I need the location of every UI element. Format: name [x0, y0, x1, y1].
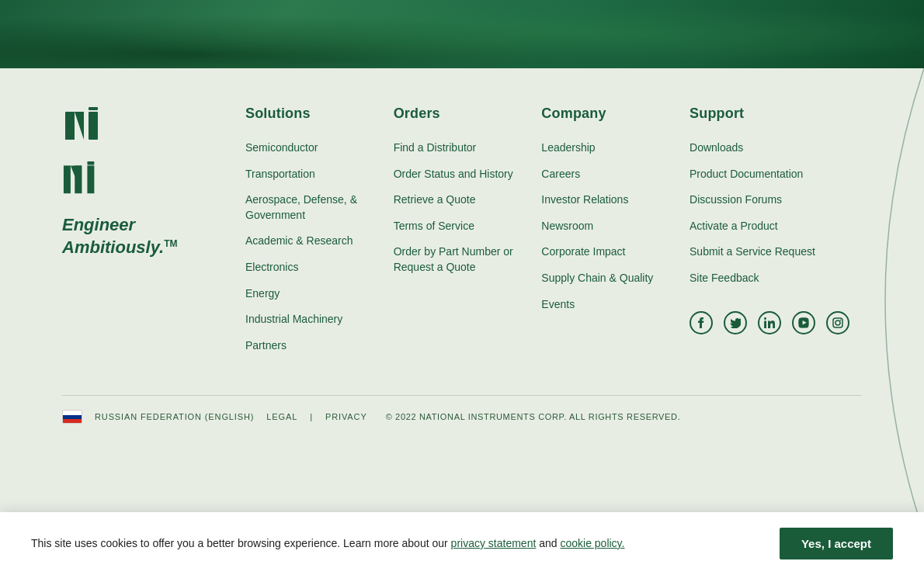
- twitter-icon[interactable]: [724, 311, 747, 334]
- svg-rect-2: [89, 112, 98, 140]
- ni-logo: [62, 106, 118, 146]
- svg-point-11: [840, 319, 842, 320]
- product-docs-link[interactable]: Product Documentation: [690, 167, 849, 182]
- list-item: Order Status and History: [394, 167, 517, 182]
- list-item: Retrieve a Quote: [394, 192, 517, 208]
- support-column: Support Downloads Product Documentation …: [677, 106, 862, 364]
- service-request-link[interactable]: Submit a Service Request: [690, 244, 849, 260]
- list-item: Partners: [245, 338, 369, 354]
- company-column: Company Leadership Careers Investor Rela…: [529, 106, 677, 364]
- industrial-link[interactable]: Industrial Machinery: [245, 312, 369, 327]
- linkedin-icon[interactable]: [758, 311, 781, 334]
- country-label: RUSSIAN FEDERATION (ENGLISH): [95, 412, 254, 421]
- top-decorative-bar: [0, 0, 924, 68]
- list-item: Investor Relations: [541, 192, 665, 208]
- privacy-link[interactable]: PRIVACY: [325, 412, 367, 421]
- list-item: Product Documentation: [690, 167, 849, 182]
- list-item: Events: [541, 297, 665, 313]
- list-item: Aerospace, Defense, & Government: [245, 192, 369, 223]
- social-icons: [690, 311, 849, 334]
- list-item: Academic & Research: [245, 234, 369, 249]
- list-item: Submit a Service Request: [690, 244, 849, 260]
- academic-link[interactable]: Academic & Research: [245, 234, 369, 249]
- newsroom-link[interactable]: Newsroom: [541, 219, 665, 234]
- corporate-impact-link[interactable]: Corporate Impact: [541, 244, 665, 260]
- ni-logo-mark: [62, 161, 118, 202]
- electronics-link[interactable]: Electronics: [245, 260, 369, 275]
- list-item: Downloads: [690, 140, 849, 156]
- cookie-text: This site uses cookies to offer you a be…: [31, 535, 755, 552]
- solutions-header: Solutions: [245, 106, 369, 122]
- svg-rect-8: [87, 161, 94, 165]
- svg-rect-9: [833, 318, 842, 327]
- semiconductor-link[interactable]: Semiconductor: [245, 140, 369, 156]
- list-item: Newsroom: [541, 219, 665, 234]
- site-feedback-link[interactable]: Site Feedback: [690, 271, 849, 286]
- transportation-link[interactable]: Transportation: [245, 167, 369, 182]
- find-distributor-link[interactable]: Find a Distributor: [394, 140, 517, 156]
- cookie-accept-button[interactable]: Yes, I accept: [780, 528, 893, 559]
- list-item: Industrial Machinery: [245, 312, 369, 327]
- list-item: Site Feedback: [690, 271, 849, 286]
- facebook-icon[interactable]: [690, 311, 713, 334]
- list-item: Activate a Product: [690, 219, 849, 234]
- list-item: Energy: [245, 286, 369, 302]
- investor-link[interactable]: Investor Relations: [541, 192, 665, 208]
- careers-link[interactable]: Careers: [541, 167, 665, 182]
- list-item: Semiconductor: [245, 140, 369, 156]
- list-item: Electronics: [245, 260, 369, 275]
- cookie-policy-link[interactable]: cookie policy.: [560, 537, 624, 549]
- aerospace-link[interactable]: Aerospace, Defense, & Government: [245, 192, 369, 223]
- partners-link[interactable]: Partners: [245, 338, 369, 354]
- logo-column: Engineer Ambitiously.TM: [62, 106, 233, 364]
- tagline: Engineer Ambitiously.TM: [62, 214, 217, 258]
- svg-rect-6: [75, 165, 82, 193]
- svg-rect-4: [64, 165, 71, 193]
- leadership-link[interactable]: Leadership: [541, 140, 665, 156]
- footer: Engineer Ambitiously.TM Solutions Semico…: [0, 68, 924, 438]
- country-flag: [62, 410, 82, 424]
- company-header: Company: [541, 106, 665, 122]
- list-item: Order by Part Number or Request a Quote: [394, 244, 517, 275]
- terms-link[interactable]: Terms of Service: [394, 219, 517, 234]
- footer-bottom: RUSSIAN FEDERATION (ENGLISH) LEGAL | PRI…: [62, 395, 862, 438]
- svg-point-10: [835, 320, 840, 325]
- separator: |: [310, 412, 313, 421]
- supply-chain-link[interactable]: Supply Chain & Quality: [541, 271, 665, 286]
- list-item: Supply Chain & Quality: [541, 271, 665, 286]
- retrieve-quote-link[interactable]: Retrieve a Quote: [394, 192, 517, 208]
- order-status-link[interactable]: Order Status and History: [394, 167, 517, 182]
- svg-rect-7: [87, 165, 94, 193]
- support-header: Support: [690, 106, 849, 122]
- forums-link[interactable]: Discussion Forums: [690, 192, 849, 208]
- list-item: Find a Distributor: [394, 140, 517, 156]
- cookie-banner: This site uses cookies to offer you a be…: [0, 512, 924, 575]
- events-link[interactable]: Events: [541, 297, 665, 313]
- footer-nav: Solutions Semiconductor Transportation A…: [233, 106, 862, 364]
- list-item: Transportation: [245, 167, 369, 182]
- youtube-icon[interactable]: [792, 311, 815, 334]
- list-item: Discussion Forums: [690, 192, 849, 208]
- solutions-column: Solutions Semiconductor Transportation A…: [233, 106, 381, 364]
- order-part-link[interactable]: Order by Part Number or Request a Quote: [394, 244, 517, 275]
- legal-link[interactable]: LEGAL: [266, 412, 297, 421]
- privacy-statement-link[interactable]: privacy statement: [451, 537, 537, 549]
- list-item: Leadership: [541, 140, 665, 156]
- activate-link[interactable]: Activate a Product: [690, 219, 849, 234]
- list-item: Terms of Service: [394, 219, 517, 234]
- downloads-link[interactable]: Downloads: [690, 140, 849, 156]
- instagram-icon[interactable]: [826, 311, 849, 334]
- orders-column: Orders Find a Distributor Order Status a…: [381, 106, 530, 364]
- energy-link[interactable]: Energy: [245, 286, 369, 302]
- list-item: Careers: [541, 167, 665, 182]
- copyright-text: © 2022 NATIONAL INSTRUMENTS CORP. ALL RI…: [386, 412, 681, 421]
- orders-header: Orders: [394, 106, 517, 122]
- svg-rect-3: [89, 107, 98, 110]
- list-item: Corporate Impact: [541, 244, 665, 260]
